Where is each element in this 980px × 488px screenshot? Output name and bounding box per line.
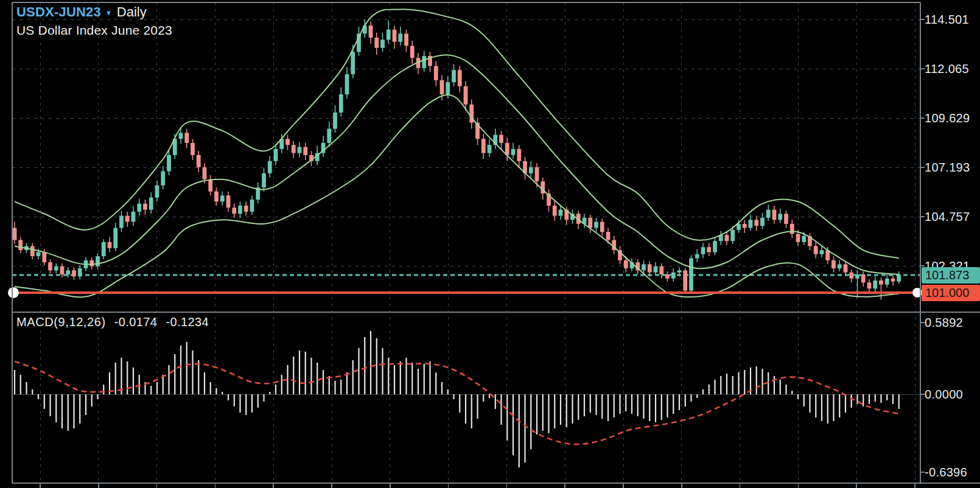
macd-bar bbox=[714, 380, 715, 394]
candle-body bbox=[422, 56, 426, 68]
macd-bar bbox=[459, 394, 460, 413]
macd-bar bbox=[524, 394, 525, 462]
candle-body bbox=[351, 52, 355, 74]
macd-bar bbox=[180, 346, 181, 394]
macd-bar bbox=[803, 394, 805, 406]
macd-bar bbox=[411, 363, 413, 394]
macd-bar bbox=[186, 342, 187, 394]
macd-bar bbox=[696, 394, 698, 398]
candle-body bbox=[778, 214, 782, 220]
macd-bar bbox=[269, 392, 270, 394]
chart-canvas[interactable] bbox=[0, 0, 980, 488]
macd-bar bbox=[738, 372, 739, 394]
candle-body bbox=[713, 241, 717, 252]
macd-bar bbox=[228, 394, 229, 400]
macd-bar bbox=[892, 394, 894, 404]
macd-bar bbox=[483, 394, 484, 402]
macd-bar bbox=[68, 394, 69, 431]
candle-body bbox=[374, 38, 379, 48]
macd-bar bbox=[156, 382, 158, 394]
price-line-left-handle bbox=[8, 287, 19, 298]
macd-bar bbox=[376, 338, 377, 394]
macd-bar bbox=[500, 394, 502, 425]
candle-body bbox=[737, 224, 741, 230]
macd-bar bbox=[530, 394, 531, 449]
macd-bar bbox=[673, 394, 674, 414]
macd-bar bbox=[14, 370, 15, 394]
macd-bar bbox=[578, 394, 579, 420]
candle-body bbox=[345, 74, 349, 94]
candle-body bbox=[820, 250, 824, 254]
macd-bar bbox=[441, 382, 443, 394]
macd-indicator-label[interactable]: MACD(9,12,26) -0.0174 -0.1234 bbox=[16, 315, 209, 329]
macd-bar bbox=[418, 369, 419, 394]
macd-bar bbox=[768, 372, 769, 394]
macd-bar bbox=[32, 389, 33, 394]
candle-body bbox=[844, 264, 848, 272]
candle-body bbox=[143, 204, 147, 210]
chart-header: USDX-JUN23 ▼ Daily US Dollar Index June … bbox=[16, 4, 172, 38]
candle-body bbox=[327, 129, 331, 143]
symbol-description: US Dollar Index June 2023 bbox=[16, 23, 172, 38]
macd-bar bbox=[323, 370, 324, 394]
candle-body bbox=[66, 270, 70, 274]
symbol-selector[interactable]: USDX-JUN23 bbox=[16, 4, 101, 20]
macd-bar bbox=[20, 375, 21, 394]
macd-bar bbox=[732, 376, 733, 394]
macd-bar bbox=[566, 394, 567, 427]
down-candle bbox=[683, 268, 687, 294]
macd-bar bbox=[204, 372, 205, 394]
macd-bar bbox=[115, 363, 116, 394]
candle-body bbox=[654, 267, 658, 273]
macd-bar bbox=[614, 394, 615, 417]
candle-body bbox=[226, 195, 231, 207]
price-line-badge[interactable]: 101.000 bbox=[922, 285, 980, 301]
macd-bar bbox=[839, 394, 840, 417]
candle-body bbox=[861, 274, 866, 282]
candle-body bbox=[535, 167, 539, 181]
dropdown-caret-icon[interactable]: ▼ bbox=[105, 9, 112, 16]
candle-body bbox=[191, 143, 195, 155]
candle-body bbox=[814, 246, 818, 254]
macd-bar bbox=[382, 348, 383, 394]
macd-bar bbox=[26, 382, 27, 394]
macd-bar bbox=[709, 385, 710, 394]
candle-body bbox=[387, 30, 391, 40]
candle-body bbox=[155, 186, 159, 198]
candle-body bbox=[268, 161, 272, 173]
macd-bar bbox=[133, 368, 134, 394]
macd-bar bbox=[150, 386, 152, 394]
macd-bar bbox=[590, 394, 591, 413]
macd-bar bbox=[334, 381, 335, 394]
macd-bar bbox=[168, 365, 169, 394]
macd-bar bbox=[394, 365, 395, 394]
macd-bar bbox=[661, 394, 662, 420]
price-axis[interactable]: 114.501 112.065 109.629 107.193 104.757 … bbox=[921, 0, 980, 488]
macd-bar bbox=[637, 394, 639, 416]
candle-body bbox=[410, 46, 415, 58]
macd-bar bbox=[103, 385, 104, 394]
candle-body bbox=[13, 228, 17, 240]
candle-body bbox=[760, 218, 765, 226]
up-candle bbox=[689, 255, 693, 293]
candle-body bbox=[499, 135, 503, 143]
candle-body bbox=[37, 252, 41, 256]
candle-body bbox=[885, 279, 889, 285]
macd-bar bbox=[809, 394, 810, 413]
candle-body bbox=[404, 33, 408, 46]
macd-bar bbox=[329, 376, 330, 394]
candle-body bbox=[238, 206, 242, 214]
macd-bar bbox=[685, 394, 686, 406]
candle-body bbox=[659, 267, 663, 274]
candle-body bbox=[683, 270, 687, 290]
timeframe-selector[interactable]: Daily bbox=[117, 4, 147, 20]
trading-chart-app: USDX-JUN23 ▼ Daily US Dollar Index June … bbox=[0, 0, 980, 488]
macd-bar bbox=[519, 394, 520, 467]
macd-bar bbox=[631, 394, 632, 414]
macd-bar bbox=[222, 392, 223, 394]
candle-body bbox=[161, 171, 165, 185]
candle-body bbox=[677, 270, 682, 272]
macd-bar bbox=[554, 394, 555, 428]
candle-body bbox=[802, 236, 806, 242]
macd-bar bbox=[536, 394, 537, 434]
